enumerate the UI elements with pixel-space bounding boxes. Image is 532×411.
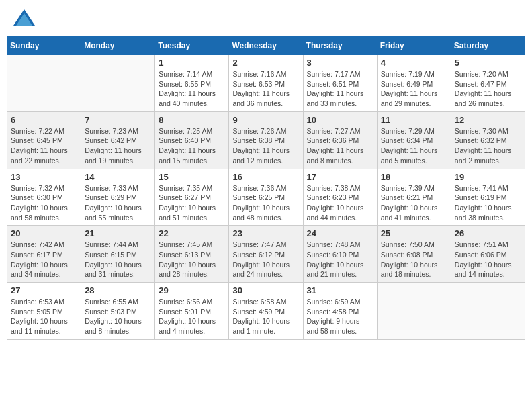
day-info: Sunrise: 7:47 AM Sunset: 6:12 PM Dayligh… bbox=[232, 240, 299, 279]
page-header bbox=[7, 7, 525, 31]
day-info: Sunrise: 6:59 AM Sunset: 4:58 PM Dayligh… bbox=[307, 297, 373, 336]
day-number: 4 bbox=[381, 58, 447, 68]
day-info: Sunrise: 7:29 AM Sunset: 6:34 PM Dayligh… bbox=[381, 126, 447, 166]
logo-icon bbox=[12, 7, 36, 31]
calendar-cell: 18Sunrise: 7:39 AM Sunset: 6:21 PM Dayli… bbox=[377, 169, 451, 226]
day-info: Sunrise: 7:42 AM Sunset: 6:17 PM Dayligh… bbox=[11, 240, 77, 279]
day-number: 13 bbox=[11, 172, 77, 182]
day-info: Sunrise: 6:53 AM Sunset: 5:05 PM Dayligh… bbox=[11, 297, 77, 336]
calendar-week-row: 20Sunrise: 7:42 AM Sunset: 6:17 PM Dayli… bbox=[7, 226, 525, 283]
column-header-thursday: Thursday bbox=[303, 37, 377, 55]
day-info: Sunrise: 6:58 AM Sunset: 4:59 PM Dayligh… bbox=[232, 297, 299, 336]
day-info: Sunrise: 7:48 AM Sunset: 6:10 PM Dayligh… bbox=[307, 240, 373, 279]
calendar-cell: 20Sunrise: 7:42 AM Sunset: 6:17 PM Dayli… bbox=[7, 226, 81, 283]
calendar-cell: 6Sunrise: 7:22 AM Sunset: 6:45 PM Daylig… bbox=[7, 111, 81, 169]
column-header-monday: Monday bbox=[81, 37, 155, 55]
day-number: 15 bbox=[159, 172, 225, 182]
day-number: 22 bbox=[159, 228, 225, 238]
calendar-cell: 26Sunrise: 7:51 AM Sunset: 6:06 PM Dayli… bbox=[451, 226, 525, 283]
day-number: 27 bbox=[11, 285, 77, 295]
day-number: 1 bbox=[159, 58, 225, 68]
calendar-cell: 11Sunrise: 7:29 AM Sunset: 6:34 PM Dayli… bbox=[377, 111, 451, 169]
day-number: 3 bbox=[307, 58, 373, 68]
calendar-cell: 28Sunrise: 6:55 AM Sunset: 5:03 PM Dayli… bbox=[81, 283, 155, 340]
day-info: Sunrise: 7:36 AM Sunset: 6:25 PM Dayligh… bbox=[232, 183, 299, 223]
column-header-tuesday: Tuesday bbox=[155, 37, 229, 55]
day-info: Sunrise: 7:22 AM Sunset: 6:45 PM Dayligh… bbox=[11, 126, 77, 166]
day-info: Sunrise: 7:14 AM Sunset: 6:55 PM Dayligh… bbox=[159, 69, 225, 109]
calendar-week-row: 27Sunrise: 6:53 AM Sunset: 5:05 PM Dayli… bbox=[7, 283, 525, 340]
day-info: Sunrise: 7:19 AM Sunset: 6:49 PM Dayligh… bbox=[381, 69, 447, 109]
calendar-cell bbox=[81, 55, 155, 112]
day-number: 20 bbox=[11, 228, 77, 238]
calendar-cell: 8Sunrise: 7:25 AM Sunset: 6:40 PM Daylig… bbox=[155, 111, 229, 169]
day-number: 12 bbox=[455, 115, 521, 125]
day-number: 2 bbox=[232, 58, 299, 68]
day-number: 8 bbox=[159, 115, 225, 125]
day-number: 11 bbox=[381, 115, 447, 125]
calendar-cell bbox=[377, 283, 451, 340]
day-number: 25 bbox=[381, 228, 447, 238]
day-info: Sunrise: 7:35 AM Sunset: 6:27 PM Dayligh… bbox=[159, 183, 225, 223]
calendar-cell: 19Sunrise: 7:41 AM Sunset: 6:19 PM Dayli… bbox=[451, 169, 525, 226]
calendar-cell: 24Sunrise: 7:48 AM Sunset: 6:10 PM Dayli… bbox=[303, 226, 377, 283]
calendar-cell: 1Sunrise: 7:14 AM Sunset: 6:55 PM Daylig… bbox=[155, 55, 229, 112]
calendar-cell: 7Sunrise: 7:23 AM Sunset: 6:42 PM Daylig… bbox=[81, 111, 155, 169]
day-info: Sunrise: 7:20 AM Sunset: 6:47 PM Dayligh… bbox=[455, 69, 521, 109]
calendar-cell: 3Sunrise: 7:17 AM Sunset: 6:51 PM Daylig… bbox=[303, 55, 377, 112]
day-number: 26 bbox=[455, 228, 521, 238]
day-number: 29 bbox=[159, 285, 225, 295]
day-info: Sunrise: 7:25 AM Sunset: 6:40 PM Dayligh… bbox=[159, 126, 225, 166]
day-number: 16 bbox=[232, 172, 299, 182]
calendar-cell: 25Sunrise: 7:50 AM Sunset: 6:08 PM Dayli… bbox=[377, 226, 451, 283]
column-header-friday: Friday bbox=[377, 37, 451, 55]
day-info: Sunrise: 7:41 AM Sunset: 6:19 PM Dayligh… bbox=[455, 183, 521, 223]
day-number: 17 bbox=[307, 172, 373, 182]
day-number: 23 bbox=[232, 228, 299, 238]
calendar-cell: 2Sunrise: 7:16 AM Sunset: 6:53 PM Daylig… bbox=[229, 55, 303, 112]
column-header-wednesday: Wednesday bbox=[229, 37, 303, 55]
day-info: Sunrise: 7:45 AM Sunset: 6:13 PM Dayligh… bbox=[159, 240, 225, 279]
day-info: Sunrise: 7:23 AM Sunset: 6:42 PM Dayligh… bbox=[85, 126, 151, 166]
calendar-header-row: SundayMondayTuesdayWednesdayThursdayFrid… bbox=[7, 37, 525, 55]
day-number: 14 bbox=[85, 172, 151, 182]
day-number: 18 bbox=[381, 172, 447, 182]
calendar-week-row: 1Sunrise: 7:14 AM Sunset: 6:55 PM Daylig… bbox=[7, 55, 525, 112]
day-number: 21 bbox=[85, 228, 151, 238]
calendar-week-row: 6Sunrise: 7:22 AM Sunset: 6:45 PM Daylig… bbox=[7, 111, 525, 169]
calendar-cell bbox=[7, 55, 81, 112]
logo bbox=[9, 7, 36, 31]
day-number: 28 bbox=[85, 285, 151, 295]
calendar-cell bbox=[451, 283, 525, 340]
day-info: Sunrise: 7:50 AM Sunset: 6:08 PM Dayligh… bbox=[381, 240, 447, 279]
day-number: 5 bbox=[455, 58, 521, 68]
calendar-cell: 23Sunrise: 7:47 AM Sunset: 6:12 PM Dayli… bbox=[229, 226, 303, 283]
day-info: Sunrise: 7:38 AM Sunset: 6:23 PM Dayligh… bbox=[307, 183, 373, 223]
day-number: 30 bbox=[232, 285, 299, 295]
column-header-saturday: Saturday bbox=[451, 37, 525, 55]
calendar-cell: 14Sunrise: 7:33 AM Sunset: 6:29 PM Dayli… bbox=[81, 169, 155, 226]
calendar-cell: 9Sunrise: 7:26 AM Sunset: 6:38 PM Daylig… bbox=[229, 111, 303, 169]
calendar-cell: 13Sunrise: 7:32 AM Sunset: 6:30 PM Dayli… bbox=[7, 169, 81, 226]
day-number: 7 bbox=[85, 115, 151, 125]
day-info: Sunrise: 6:56 AM Sunset: 5:01 PM Dayligh… bbox=[159, 297, 225, 336]
day-number: 6 bbox=[11, 115, 77, 125]
day-info: Sunrise: 7:39 AM Sunset: 6:21 PM Dayligh… bbox=[381, 183, 447, 223]
calendar-cell: 31Sunrise: 6:59 AM Sunset: 4:58 PM Dayli… bbox=[303, 283, 377, 340]
calendar-cell: 10Sunrise: 7:27 AM Sunset: 6:36 PM Dayli… bbox=[303, 111, 377, 169]
calendar-cell: 16Sunrise: 7:36 AM Sunset: 6:25 PM Dayli… bbox=[229, 169, 303, 226]
day-info: Sunrise: 7:26 AM Sunset: 6:38 PM Dayligh… bbox=[232, 126, 299, 166]
day-number: 19 bbox=[455, 172, 521, 182]
calendar-cell: 17Sunrise: 7:38 AM Sunset: 6:23 PM Dayli… bbox=[303, 169, 377, 226]
column-header-sunday: Sunday bbox=[7, 37, 81, 55]
calendar-cell: 15Sunrise: 7:35 AM Sunset: 6:27 PM Dayli… bbox=[155, 169, 229, 226]
calendar-week-row: 13Sunrise: 7:32 AM Sunset: 6:30 PM Dayli… bbox=[7, 169, 525, 226]
day-info: Sunrise: 7:30 AM Sunset: 6:32 PM Dayligh… bbox=[455, 126, 521, 166]
day-info: Sunrise: 6:55 AM Sunset: 5:03 PM Dayligh… bbox=[85, 297, 151, 336]
day-info: Sunrise: 7:44 AM Sunset: 6:15 PM Dayligh… bbox=[85, 240, 151, 279]
day-info: Sunrise: 7:17 AM Sunset: 6:51 PM Dayligh… bbox=[307, 69, 373, 109]
day-info: Sunrise: 7:16 AM Sunset: 6:53 PM Dayligh… bbox=[232, 69, 299, 109]
day-number: 9 bbox=[232, 115, 299, 125]
day-number: 10 bbox=[307, 115, 373, 125]
day-info: Sunrise: 7:27 AM Sunset: 6:36 PM Dayligh… bbox=[307, 126, 373, 166]
